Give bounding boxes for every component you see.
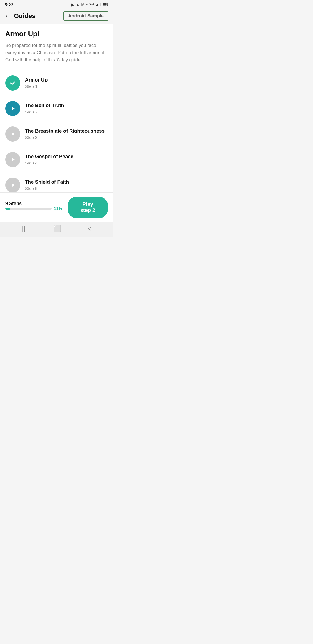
status-time: 5:22 — [5, 2, 13, 7]
step-icon-1 — [5, 75, 20, 91]
step-name-2: The Belt of Truth — [25, 103, 108, 108]
step-item-4[interactable]: The Gospel of Peace Step 4 — [0, 147, 113, 172]
step-name-5: The Shield of Faith — [25, 179, 108, 185]
svg-marker-9 — [12, 158, 15, 162]
battery-icon — [103, 3, 108, 7]
svg-rect-6 — [103, 3, 107, 6]
maps-icon: ▲ — [76, 3, 80, 7]
step-icon-4 — [5, 152, 20, 167]
play-icon: ▶ — [71, 3, 74, 7]
bottom-row: 9 Steps 11% Play step 2 — [5, 197, 108, 218]
gmail-icon: M — [81, 3, 85, 7]
guide-title: Armor Up! — [5, 30, 108, 38]
play-step-button[interactable]: Play step 2 — [68, 197, 108, 218]
step-info-5: The Shield of Faith Step 5 — [25, 179, 108, 191]
svg-rect-0 — [96, 5, 97, 6]
svg-rect-2 — [99, 3, 99, 6]
step-number-5: Step 5 — [25, 186, 108, 191]
bottom-bar: 9 Steps 11% Play step 2 — [0, 192, 113, 222]
step-icon-2 — [5, 101, 20, 116]
status-bar: 5:22 ▶ ▲ M • — [0, 0, 113, 8]
guide-header: Armor Up! Be prepared for the spiritual … — [0, 24, 113, 70]
android-sample-badge: Android Sample — [63, 11, 108, 21]
svg-rect-3 — [100, 3, 101, 6]
header: ← Guides Android Sample — [0, 8, 113, 24]
step-item-5[interactable]: The Shield of Faith Step 5 — [0, 172, 113, 192]
nav-bar: ||| ⬜ < — [0, 222, 113, 237]
nav-back-icon[interactable]: < — [88, 225, 91, 233]
page-title: Guides — [14, 12, 63, 20]
step-item-1[interactable]: Armor Up Step 1 — [0, 70, 113, 96]
progress-section: 9 Steps 11% — [5, 201, 62, 211]
progress-bar-wrap: 11% — [5, 206, 62, 211]
step-info-4: The Gospel of Peace Step 4 — [25, 154, 108, 165]
dot-icon: • — [86, 3, 88, 7]
signal-icon — [96, 3, 101, 7]
progress-percent-label: 11% — [54, 206, 62, 211]
step-name-4: The Gospel of Peace — [25, 154, 108, 160]
step-item-3[interactable]: The Breastplate of Righteousness Step 3 — [0, 121, 113, 147]
steps-count: 9 Steps — [5, 201, 62, 206]
svg-rect-1 — [97, 4, 98, 6]
step-number-4: Step 4 — [25, 160, 108, 165]
wifi-icon — [89, 2, 94, 7]
progress-bar-background — [5, 208, 52, 210]
nav-menu-icon[interactable]: ||| — [22, 225, 27, 233]
step-icon-3 — [5, 126, 20, 142]
step-icon-5 — [5, 178, 20, 192]
nav-home-icon[interactable]: ⬜ — [53, 225, 61, 233]
svg-marker-8 — [12, 132, 15, 136]
svg-marker-10 — [12, 183, 15, 187]
guide-description: Be prepared for the spiritual battles yo… — [5, 42, 108, 64]
step-number-2: Step 2 — [25, 109, 108, 114]
steps-list: Armor Up Step 1 The Belt of Truth Step 2 — [0, 70, 113, 192]
status-icons: ▶ ▲ M • — [71, 2, 108, 7]
progress-bar-fill — [5, 208, 10, 210]
scrollable-content: Armor Up! Be prepared for the spiritual … — [0, 24, 113, 192]
step-info-3: The Breastplate of Righteousness Step 3 — [25, 128, 108, 140]
back-button[interactable]: ← — [5, 12, 11, 20]
step-info-1: Armor Up Step 1 — [25, 77, 108, 89]
step-number-3: Step 3 — [25, 135, 108, 140]
step-info-2: The Belt of Truth Step 2 — [25, 103, 108, 114]
step-item-2[interactable]: The Belt of Truth Step 2 — [0, 96, 113, 121]
step-name-1: Armor Up — [25, 77, 108, 83]
step-name-3: The Breastplate of Righteousness — [25, 128, 108, 134]
svg-marker-7 — [12, 106, 15, 111]
step-number-1: Step 1 — [25, 84, 108, 89]
svg-rect-5 — [108, 4, 108, 5]
